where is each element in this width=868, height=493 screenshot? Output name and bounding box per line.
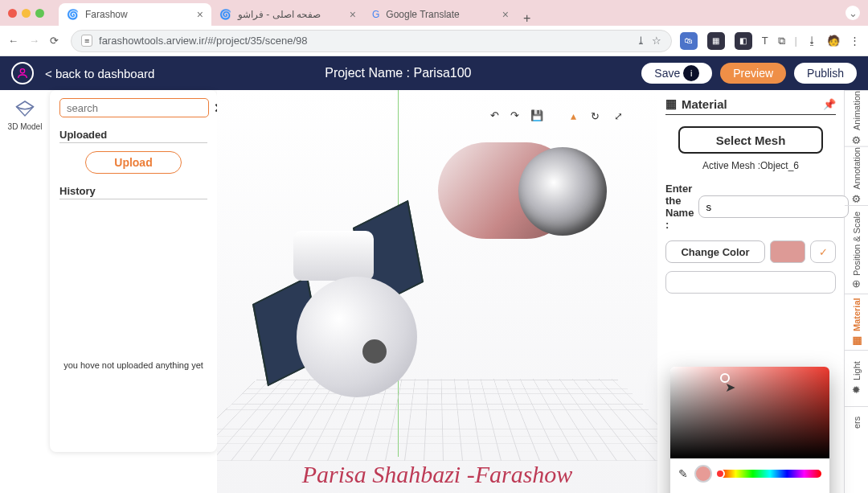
- save-button[interactable]: Save i: [641, 63, 712, 84]
- hue-slider[interactable]: [719, 470, 821, 478]
- rail-position-scale[interactable]: ⊕Position & Scale: [845, 205, 868, 294]
- color-swatch[interactable]: [770, 240, 805, 263]
- change-color-button[interactable]: Change Color: [665, 240, 765, 263]
- minimize-window[interactable]: [22, 9, 31, 18]
- close-window[interactable]: [8, 9, 17, 18]
- watermark-text: Parisa Shahbazi -Farashow: [217, 461, 657, 488]
- ext-icon-t[interactable]: T: [762, 35, 768, 47]
- object-satellite[interactable]: [237, 187, 446, 388]
- browser-tab-strip: 🌀 Farashow × 🌀 صفحه اصلی - فراشو × G Goo…: [0, 0, 868, 26]
- preview-button[interactable]: Preview: [720, 63, 786, 84]
- material-icon: ▦: [665, 97, 677, 111]
- save-label: Save: [654, 67, 680, 80]
- history-header: History: [59, 185, 207, 199]
- rail-annotation[interactable]: ⚙Annotation: [845, 146, 868, 205]
- rail-light[interactable]: ✹Light: [845, 350, 868, 406]
- mesh-name-input[interactable]: [698, 195, 849, 218]
- ext-icon-2[interactable]: ▦: [707, 32, 725, 50]
- color-preview: [694, 465, 712, 483]
- url-text: farashowtools.arview.ir/#/project/35/sce…: [99, 35, 307, 47]
- reload-icon[interactable]: ⟳: [50, 35, 63, 47]
- app-top-bar: < back to dashboard Project Name : Paris…: [0, 56, 868, 90]
- search-input[interactable]: [59, 98, 209, 117]
- user-avatar-icon[interactable]: [11, 62, 34, 84]
- rail-more[interactable]: ers: [845, 406, 868, 438]
- tab-favicon: 🌀: [219, 9, 231, 20]
- light-icon: ✹: [850, 384, 862, 396]
- svg-point-0: [20, 69, 24, 73]
- name-label: Enter the Name :: [665, 183, 694, 231]
- color-picker-popover: ➤ ✎ R G B ⌃⌄: [670, 367, 829, 493]
- forward-icon[interactable]: →: [29, 35, 42, 47]
- upload-button[interactable]: Upload: [85, 151, 182, 174]
- uploaded-header: Uploaded: [59, 129, 207, 143]
- hue-handle[interactable]: [715, 469, 725, 479]
- tabs: 🌀 Farashow × 🌀 صفحه اصلی - فراشو × G Goo…: [59, 0, 530, 26]
- main-area: 3D Model ✕ Uploaded Upload History you h…: [0, 90, 868, 493]
- scale-tool-icon[interactable]: ⤢: [614, 110, 623, 122]
- back-to-dashboard-link[interactable]: < back to dashboard: [45, 67, 154, 80]
- menu-dots-icon[interactable]: ⋮: [850, 35, 860, 47]
- tab-favicon: 🌀: [67, 9, 79, 20]
- panel-title: Material: [682, 97, 727, 111]
- target-icon: ⊕: [852, 277, 861, 290]
- eyedropper-icon[interactable]: ✎: [678, 467, 688, 480]
- project-name-label: Project Name : Parisa100: [154, 66, 641, 80]
- window-controls: [8, 9, 44, 18]
- tab-overflow-icon[interactable]: ⌄: [845, 6, 860, 20]
- tab-close-icon[interactable]: ×: [350, 8, 356, 21]
- tab-title: Google Translate: [386, 9, 459, 20]
- asset-panel: ✕ Uploaded Upload History you hove not u…: [50, 90, 217, 452]
- rail-material[interactable]: ▦Material: [845, 294, 868, 350]
- browser-toolbar: ← → ⟳ ≡ farashowtools.arview.ir/#/projec…: [0, 26, 868, 56]
- material-icon: ▦: [850, 334, 862, 346]
- new-tab-button[interactable]: +: [523, 11, 530, 26]
- gear-icon: ⚙: [850, 134, 862, 146]
- back-icon[interactable]: ←: [8, 35, 21, 47]
- cursor-icon: ➤: [725, 380, 735, 395]
- tab-translate[interactable]: G Google Translate ×: [364, 3, 517, 26]
- rail-animation[interactable]: ⚙Animation: [845, 90, 868, 146]
- publish-button[interactable]: Publish: [794, 63, 857, 84]
- tab-favicon: G: [372, 9, 379, 20]
- tab-close-icon[interactable]: ×: [502, 8, 509, 21]
- address-bar[interactable]: ≡ farashowtools.arview.ir/#/project/35/s…: [71, 30, 672, 52]
- ext-icon-1[interactable]: 🛍: [680, 32, 698, 50]
- tab-title: صفحه اصلی - فراشو: [238, 9, 321, 20]
- pin-icon[interactable]: 📌: [823, 98, 836, 110]
- gear-icon: ⚙: [850, 193, 862, 205]
- tab-farashow[interactable]: 🌀 Farashow ×: [59, 3, 211, 26]
- install-app-icon[interactable]: ⤓: [637, 35, 645, 47]
- right-tab-rail: ⚙Animation ⚙Annotation ⊕Position & Scale…: [844, 90, 868, 493]
- 3d-model-icon[interactable]: [13, 98, 37, 119]
- uploaded-empty-msg: you hove not uploaded anything yet: [59, 360, 207, 370]
- ext-icon-3[interactable]: ◧: [735, 32, 752, 50]
- tab-second[interactable]: 🌀 صفحه اصلی - فراشو ×: [211, 3, 364, 26]
- download-icon[interactable]: ⭳: [807, 35, 817, 47]
- 3d-viewport[interactable]: ↶ ↷ 💾 ▴ ↻ ⤢ Parisa Shahbazi -Farashow: [217, 90, 657, 493]
- tab-close-icon[interactable]: ×: [197, 8, 203, 21]
- site-info-icon[interactable]: ≡: [81, 35, 92, 47]
- ext-icon-sq[interactable]: ⧉: [778, 35, 785, 47]
- extra-field[interactable]: [665, 271, 836, 294]
- extensions: 🛍 ▦ ◧ T ⧉ | ⭳ 🧑 ⋮: [680, 32, 860, 50]
- 3d-model-label: 3D Model: [8, 122, 43, 131]
- saturation-field[interactable]: ➤: [670, 367, 829, 458]
- save-info-icon[interactable]: i: [683, 65, 699, 81]
- ground-grid: [217, 379, 657, 461]
- active-mesh-label: Active Mesh :Object_6: [665, 160, 836, 171]
- mode-rail: 3D Model: [0, 90, 50, 493]
- tab-title: Farashow: [85, 9, 128, 20]
- confirm-color-button[interactable]: ✓: [810, 240, 836, 263]
- maximize-window[interactable]: [35, 9, 44, 18]
- profile-avatar[interactable]: 🧑: [827, 35, 840, 47]
- star-icon[interactable]: ☆: [652, 35, 661, 47]
- select-mesh-button[interactable]: Select Mesh: [678, 126, 823, 154]
